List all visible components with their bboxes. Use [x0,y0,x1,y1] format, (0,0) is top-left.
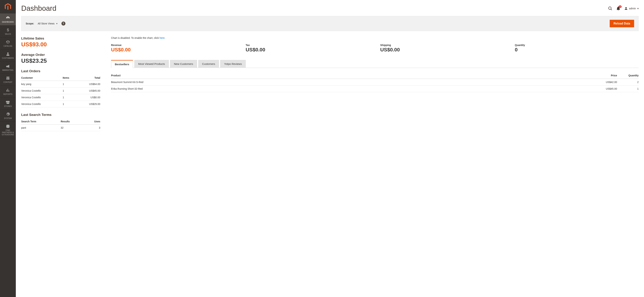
chevron-down-icon: ▼ [56,23,58,24]
sidebar-item-dashboard[interactable]: DASHBOARD [0,14,16,26]
tab-yotpo[interactable]: Yotpo Reviews [220,60,246,68]
stat-title: Lifetime Sales [21,36,100,40]
sidebar-item-label: SYSTEM [4,117,12,120]
sidebar-item-label: DASHBOARD [2,21,14,23]
chart-disabled-message: Chart is disabled. To enable the chart, … [111,36,638,39]
sidebar-item-label: REPORTS [4,93,12,96]
scope-select[interactable]: All Store Views ▼ [38,22,58,25]
col-customer: Customer [21,75,63,81]
sidebar-item-reports[interactable]: REPORTS [0,86,16,98]
help-button[interactable]: ? [62,22,66,26]
user-label: admin [629,7,636,10]
last-orders-title: Last Orders [21,69,100,73]
col-total: Total [76,75,100,81]
average-order-block: Average Order US$23.25 [21,53,100,64]
summary-shipping: Shipping US$0.00 [380,44,504,53]
user-menu[interactable]: admin ▾ [624,7,638,10]
sidebar-item-label: CATALOG [4,45,12,47]
reload-data-button[interactable]: Reload Data [610,20,634,27]
table-row[interactable]: Erika Running Short-32-RedUS$45.001 [111,86,638,92]
notification-badge: 3 [619,6,622,8]
sidebar-item-label: SALES [5,33,11,35]
col-term: Search Term [21,118,61,124]
table-row[interactable]: Veronica Costello1US$45.00 [21,88,100,94]
sidebar-item-sales[interactable]: $ SALES [0,26,16,38]
stat-value: US$93.00 [21,41,100,48]
sidebar-item-label: FIND PARTNERS & EXTENSIONS [1,129,15,136]
sidebar-item-stores[interactable]: STORES [0,98,16,110]
col-product: Product [111,72,596,79]
user-icon [624,7,628,10]
summary-quantity: Quantity 0 [515,44,638,53]
enable-chart-link[interactable]: here [160,36,164,39]
col-price: Price [596,72,617,79]
table-row[interactable]: Veronica Costello1US$0.00 [21,94,100,101]
scope-bar: Scope: All Store Views ▼ ? Reload Data [21,16,638,31]
table-row[interactable]: pant323 [21,124,100,131]
tab-new-customers[interactable]: New Customers [170,60,197,68]
last-search-table: Search Term Results Uses pant323 [21,118,100,131]
table-row[interactable]: key yang1US$64.00 [21,81,100,88]
stat-value: US$23.25 [21,58,100,64]
summary-row: Revenue US$0.00 Tax US$0.00 Shipping US$… [111,44,638,53]
person-icon [6,52,10,56]
summary-revenue: Revenue US$0.00 [111,44,235,53]
sidebar-item-label: STORES [4,105,12,108]
sidebar-item-marketing[interactable]: MARKETING [0,62,16,74]
search-button[interactable] [608,6,612,10]
sidebar-item-partners[interactable]: FIND PARTNERS & EXTENSIONS [0,122,16,138]
sidebar-item-system[interactable]: SYSTEM [0,110,16,122]
gear-icon [6,112,10,116]
sidebar-item-catalog[interactable]: CATALOG [0,38,16,50]
bestsellers-panel: Product Price Quantity Beaumont Summit K… [111,68,638,92]
dashboard-tabs: Bestsellers Most Viewed Products New Cus… [111,60,638,68]
box-icon [6,40,10,44]
scope-label: Scope: [26,22,34,25]
gauge-icon [6,16,10,20]
sidebar-item-label: CONTENT [4,81,12,83]
layout-icon [6,76,10,80]
stat-title: Average Order [21,53,100,57]
header-tools: 3 admin ▾ [608,6,638,10]
page-title: Dashboard [21,4,56,12]
magento-logo-icon [5,3,11,10]
lifetime-sales-block: Lifetime Sales US$93.00 [21,36,100,48]
storefront-icon [6,100,10,104]
scope-selected-value: All Store Views [38,22,54,25]
col-results: Results [61,118,85,124]
main-content: Dashboard 3 admin ▾ Scope: [16,0,644,297]
notifications-button[interactable]: 3 [616,6,620,10]
table-row[interactable]: Beaumont Summit Kit-S-RedUS$42.002 [111,79,638,86]
col-uses: Uses [84,118,100,124]
summary-tax: Tax US$0.00 [246,44,370,53]
sidebar-item-label: CUSTOMERS [2,57,14,59]
bestsellers-table: Product Price Quantity Beaumont Summit K… [111,72,638,92]
col-items: Items [63,75,76,81]
tab-most-viewed[interactable]: Most Viewed Products [134,60,169,68]
bar-chart-icon [6,88,10,92]
megaphone-icon [6,64,10,68]
puzzle-icon [6,124,10,129]
tab-bestsellers[interactable]: Bestsellers [111,60,133,68]
last-orders-table: Customer Items Total key yang1US$64.00 V… [21,75,100,108]
chevron-down-icon: ▾ [637,7,638,10]
search-icon [608,6,612,10]
sidebar-item-customers[interactable]: CUSTOMERS [0,50,16,62]
sidebar: DASHBOARD $ SALES CATALOG CUSTOMERS MARK… [0,0,16,297]
col-qty: Quantity [617,72,638,79]
last-search-title: Last Search Terms [21,113,100,117]
page-header: Dashboard 3 admin ▾ [21,0,638,16]
magento-logo[interactable] [0,0,16,14]
tab-customers[interactable]: Customers [198,60,219,68]
table-row[interactable]: Veronica Costello1US$29.00 [21,101,100,108]
sidebar-item-content[interactable]: CONTENT [0,74,16,86]
sidebar-item-label: MARKETING [2,69,14,71]
dollar-icon: $ [7,28,9,32]
